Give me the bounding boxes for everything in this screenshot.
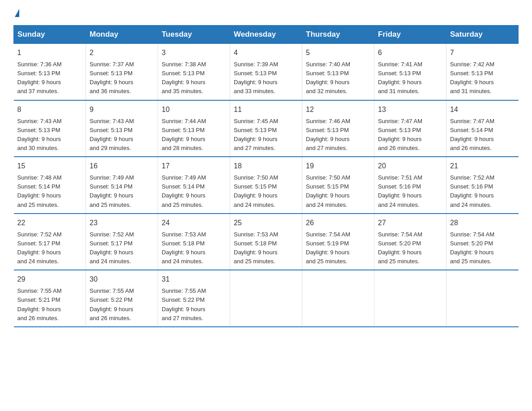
calendar-cell: 22Sunrise: 7:52 AMSunset: 5:17 PMDayligh… xyxy=(14,214,86,270)
day-info: Sunrise: 7:47 AMSunset: 5:13 PMDaylight:… xyxy=(378,117,442,153)
day-info: Sunrise: 7:44 AMSunset: 5:13 PMDaylight:… xyxy=(162,117,226,153)
calendar-cell: 14Sunrise: 7:47 AMSunset: 5:14 PMDayligh… xyxy=(446,100,519,157)
day-info: Sunrise: 7:52 AMSunset: 5:17 PMDaylight:… xyxy=(90,230,154,266)
calendar-cell: 9Sunrise: 7:43 AMSunset: 5:13 PMDaylight… xyxy=(86,100,158,157)
day-number: 14 xyxy=(450,104,515,115)
calendar-cell: 30Sunrise: 7:55 AMSunset: 5:22 PMDayligh… xyxy=(86,270,158,327)
day-number: 26 xyxy=(306,218,370,228)
day-info: Sunrise: 7:52 AMSunset: 5:17 PMDaylight:… xyxy=(17,230,82,266)
calendar-cell xyxy=(302,270,374,327)
day-info: Sunrise: 7:39 AMSunset: 5:13 PMDaylight:… xyxy=(234,60,298,96)
calendar-cell: 17Sunrise: 7:49 AMSunset: 5:14 PMDayligh… xyxy=(158,157,230,214)
day-info: Sunrise: 7:49 AMSunset: 5:14 PMDaylight:… xyxy=(162,173,226,210)
calendar-cell: 5Sunrise: 7:40 AMSunset: 5:13 PMDaylight… xyxy=(302,44,374,100)
day-number: 20 xyxy=(378,161,442,171)
day-number: 9 xyxy=(90,104,154,115)
day-number: 6 xyxy=(378,47,442,58)
calendar-cell: 3Sunrise: 7:38 AMSunset: 5:13 PMDaylight… xyxy=(158,44,230,100)
calendar-cell: 24Sunrise: 7:53 AMSunset: 5:18 PMDayligh… xyxy=(158,214,230,270)
calendar-cell: 27Sunrise: 7:54 AMSunset: 5:20 PMDayligh… xyxy=(374,214,446,270)
day-info: Sunrise: 7:49 AMSunset: 5:14 PMDaylight:… xyxy=(90,173,154,210)
week-row-4: 22Sunrise: 7:52 AMSunset: 5:17 PMDayligh… xyxy=(14,214,519,270)
day-info: Sunrise: 7:41 AMSunset: 5:13 PMDaylight:… xyxy=(378,60,442,96)
calendar-cell: 13Sunrise: 7:47 AMSunset: 5:13 PMDayligh… xyxy=(374,100,446,157)
day-number: 17 xyxy=(162,161,226,171)
day-number: 31 xyxy=(162,274,226,285)
calendar-cell: 25Sunrise: 7:53 AMSunset: 5:18 PMDayligh… xyxy=(230,214,302,270)
calendar-cell: 29Sunrise: 7:55 AMSunset: 5:21 PMDayligh… xyxy=(14,270,86,327)
calendar-cell: 16Sunrise: 7:49 AMSunset: 5:14 PMDayligh… xyxy=(86,157,158,214)
day-number: 10 xyxy=(162,104,226,115)
day-number: 22 xyxy=(17,218,82,228)
day-number: 24 xyxy=(162,218,226,228)
header-thursday: Thursday xyxy=(302,26,374,44)
day-info: Sunrise: 7:46 AMSunset: 5:13 PMDaylight:… xyxy=(306,117,370,153)
day-info: Sunrise: 7:36 AMSunset: 5:13 PMDaylight:… xyxy=(17,60,82,96)
calendar-cell: 12Sunrise: 7:46 AMSunset: 5:13 PMDayligh… xyxy=(302,100,374,157)
week-row-1: 1Sunrise: 7:36 AMSunset: 5:13 PMDaylight… xyxy=(14,44,519,100)
calendar-header-row: SundayMondayTuesdayWednesdayThursdayFrid… xyxy=(14,26,519,44)
day-number: 25 xyxy=(234,218,298,228)
header-monday: Monday xyxy=(86,26,158,44)
header-saturday: Saturday xyxy=(446,26,519,44)
day-number: 30 xyxy=(90,274,154,285)
day-info: Sunrise: 7:45 AMSunset: 5:13 PMDaylight:… xyxy=(234,117,298,153)
calendar-cell: 23Sunrise: 7:52 AMSunset: 5:17 PMDayligh… xyxy=(86,214,158,270)
day-info: Sunrise: 7:43 AMSunset: 5:13 PMDaylight:… xyxy=(90,117,154,153)
day-number: 3 xyxy=(162,47,226,58)
day-number: 18 xyxy=(234,161,298,171)
day-number: 8 xyxy=(17,104,82,115)
day-number: 23 xyxy=(90,218,154,228)
day-info: Sunrise: 7:52 AMSunset: 5:16 PMDaylight:… xyxy=(450,173,515,210)
page-header xyxy=(13,9,519,16)
calendar-table: SundayMondayTuesdayWednesdayThursdayFrid… xyxy=(13,25,519,327)
day-number: 2 xyxy=(90,47,154,58)
day-info: Sunrise: 7:47 AMSunset: 5:14 PMDaylight:… xyxy=(450,117,515,153)
calendar-cell: 26Sunrise: 7:54 AMSunset: 5:19 PMDayligh… xyxy=(302,214,374,270)
week-row-2: 8Sunrise: 7:43 AMSunset: 5:13 PMDaylight… xyxy=(14,100,519,157)
day-info: Sunrise: 7:40 AMSunset: 5:13 PMDaylight:… xyxy=(306,60,370,96)
day-info: Sunrise: 7:54 AMSunset: 5:19 PMDaylight:… xyxy=(306,230,370,266)
calendar-cell: 28Sunrise: 7:54 AMSunset: 5:20 PMDayligh… xyxy=(446,214,519,270)
calendar-cell: 6Sunrise: 7:41 AMSunset: 5:13 PMDaylight… xyxy=(374,44,446,100)
day-number: 7 xyxy=(450,47,515,58)
day-number: 16 xyxy=(90,161,154,171)
logo xyxy=(13,9,21,16)
calendar-cell: 4Sunrise: 7:39 AMSunset: 5:13 PMDaylight… xyxy=(230,44,302,100)
day-info: Sunrise: 7:54 AMSunset: 5:20 PMDaylight:… xyxy=(378,230,442,266)
calendar-cell: 20Sunrise: 7:51 AMSunset: 5:16 PMDayligh… xyxy=(374,157,446,214)
header-tuesday: Tuesday xyxy=(158,26,230,44)
day-number: 15 xyxy=(17,161,82,171)
day-info: Sunrise: 7:43 AMSunset: 5:13 PMDaylight:… xyxy=(17,117,82,153)
day-info: Sunrise: 7:37 AMSunset: 5:13 PMDaylight:… xyxy=(90,60,154,96)
day-info: Sunrise: 7:50 AMSunset: 5:15 PMDaylight:… xyxy=(234,173,298,210)
calendar-cell: 11Sunrise: 7:45 AMSunset: 5:13 PMDayligh… xyxy=(230,100,302,157)
day-info: Sunrise: 7:54 AMSunset: 5:20 PMDaylight:… xyxy=(450,230,515,266)
day-info: Sunrise: 7:53 AMSunset: 5:18 PMDaylight:… xyxy=(234,230,298,266)
calendar-cell: 1Sunrise: 7:36 AMSunset: 5:13 PMDaylight… xyxy=(14,44,86,100)
calendar-cell xyxy=(446,270,519,327)
day-number: 27 xyxy=(378,218,442,228)
calendar-cell: 7Sunrise: 7:42 AMSunset: 5:13 PMDaylight… xyxy=(446,44,519,100)
day-info: Sunrise: 7:55 AMSunset: 5:22 PMDaylight:… xyxy=(162,287,226,323)
day-number: 13 xyxy=(378,104,442,115)
week-row-3: 15Sunrise: 7:48 AMSunset: 5:14 PMDayligh… xyxy=(14,157,519,214)
day-info: Sunrise: 7:48 AMSunset: 5:14 PMDaylight:… xyxy=(17,173,82,210)
day-number: 29 xyxy=(17,274,82,285)
logo-text xyxy=(13,9,21,17)
day-info: Sunrise: 7:50 AMSunset: 5:15 PMDaylight:… xyxy=(306,173,370,210)
header-sunday: Sunday xyxy=(14,26,86,44)
day-number: 5 xyxy=(306,47,370,58)
calendar-cell: 15Sunrise: 7:48 AMSunset: 5:14 PMDayligh… xyxy=(14,157,86,214)
day-number: 21 xyxy=(450,161,515,171)
calendar-cell xyxy=(374,270,446,327)
calendar-cell: 18Sunrise: 7:50 AMSunset: 5:15 PMDayligh… xyxy=(230,157,302,214)
day-number: 1 xyxy=(17,47,82,58)
day-number: 19 xyxy=(306,161,370,171)
day-number: 4 xyxy=(234,47,298,58)
day-number: 11 xyxy=(234,104,298,115)
calendar-cell: 19Sunrise: 7:50 AMSunset: 5:15 PMDayligh… xyxy=(302,157,374,214)
day-info: Sunrise: 7:53 AMSunset: 5:18 PMDaylight:… xyxy=(162,230,226,266)
calendar-cell xyxy=(230,270,302,327)
calendar-cell: 8Sunrise: 7:43 AMSunset: 5:13 PMDaylight… xyxy=(14,100,86,157)
